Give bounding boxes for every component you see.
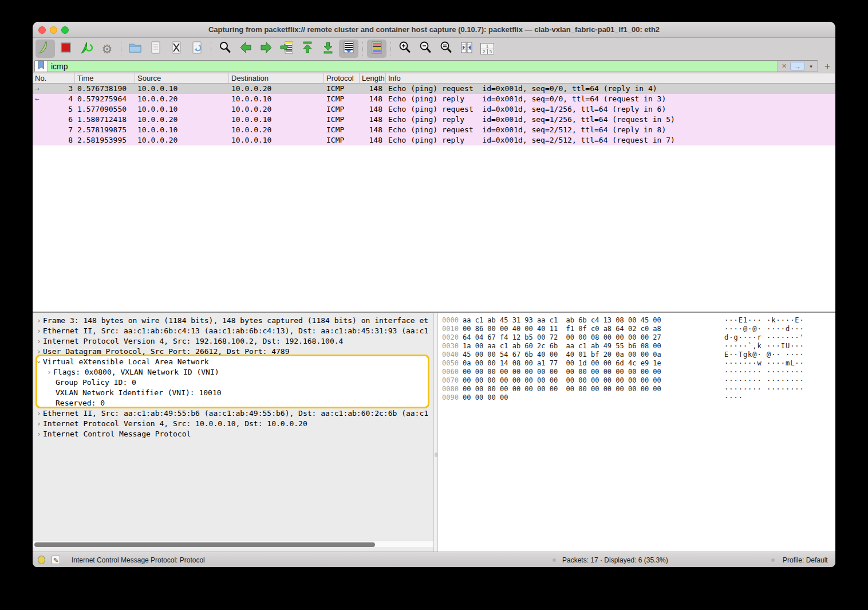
hex-row[interactable]: 007000 00 00 00 00 00 00 00 00 00 00 00 …: [438, 376, 835, 385]
packet-row[interactable]: ←4 0.579275964 10.0.0.20 10.0.0.10 ICMP …: [33, 94, 835, 104]
add-filter-button[interactable]: +: [822, 61, 833, 72]
chevron-down-icon: ▾: [810, 64, 812, 69]
filter-apply-button[interactable]: →: [790, 62, 805, 70]
details-vertical-scrollbar[interactable]: [433, 313, 438, 552]
packet-row[interactable]: 6 1.580712418 10.0.0.20 10.0.0.10 ICMP 1…: [33, 115, 835, 125]
auto-scroll-button[interactable]: [339, 40, 358, 58]
column-header-no[interactable]: No.: [33, 73, 75, 83]
status-profile[interactable]: Profile: Default: [783, 556, 828, 564]
hex-row[interactable]: 002064 04 67 f4 12 b5 00 72 00 00 08 00 …: [438, 333, 835, 342]
restart-icon: [79, 40, 94, 57]
expander-icon[interactable]: ›: [35, 429, 43, 439]
filter-clear-button[interactable]: ✕: [780, 62, 788, 70]
zoom-in-button[interactable]: [395, 40, 415, 58]
detail-row-vxlan[interactable]: ›Virtual eXtensible Local Area Network: [33, 357, 433, 367]
hex-row[interactable]: 004045 00 00 54 67 6b 40 00 40 01 bf 20 …: [438, 351, 835, 359]
start-capture-button[interactable]: [35, 40, 55, 58]
display-filter-input[interactable]: icmp: [48, 61, 777, 72]
hex-row[interactable]: 00301a 00 aa c1 ab 60 2c 6b aa c1 ab 49 …: [438, 342, 835, 351]
details-horizontal-scrollbar[interactable]: [33, 541, 433, 547]
go-to-packet-button[interactable]: [277, 40, 297, 58]
go-forward-button[interactable]: [257, 40, 276, 58]
column-header-info[interactable]: Info: [386, 73, 835, 83]
expander-icon[interactable]: ›: [35, 336, 43, 347]
find-packet-button[interactable]: [215, 40, 235, 58]
expander-icon[interactable]: ›: [45, 367, 53, 377]
detail-row-udp[interactable]: ›User Datagram Protocol, Src Port: 26612…: [33, 347, 433, 357]
hex-row[interactable]: 001000 86 00 00 40 00 40 11 f1 0f c0 a8 …: [438, 325, 835, 333]
status-packet-counts: Packets: 17 · Displayed: 6 (35.3%): [562, 556, 668, 564]
shark-fin-icon: [38, 40, 53, 57]
go-first-packet-button[interactable]: [298, 40, 317, 58]
title-bar[interactable]: Capturing from packetflix:// remote clus…: [33, 22, 835, 38]
column-header-time[interactable]: Time: [75, 73, 135, 83]
expert-info-icon[interactable]: [38, 556, 45, 564]
colorize-packets-button[interactable]: [367, 40, 386, 58]
detail-row-eth-inner[interactable]: ›Ethernet II, Src: aa:c1:ab:49:55:b6 (aa…: [33, 408, 433, 419]
detail-row-frame[interactable]: ›Frame 3: 148 bytes on wire (1184 bits),…: [33, 316, 433, 326]
expander-open-icon[interactable]: ›: [34, 358, 44, 366]
detail-row-vxlan-reserved[interactable]: Reserved: 0: [33, 398, 433, 408]
detail-row-ip-inner[interactable]: ›Internet Protocol Version 4, Src: 10.0.…: [33, 419, 433, 429]
detail-row-ip-outer[interactable]: ›Internet Protocol Version 4, Src: 192.1…: [33, 336, 433, 347]
bottom-panes: ›Frame 3: 148 bytes on wire (1184 bits),…: [33, 313, 835, 552]
detail-row-vxlan-vni[interactable]: VXLAN Network Identifier (VNI): 10010: [33, 388, 433, 398]
column-header-source[interactable]: Source: [135, 73, 229, 83]
arrow-left-icon: [238, 40, 253, 57]
packet-list-pane[interactable]: No. Time Source Destination Protocol Len…: [33, 73, 835, 312]
layout-button[interactable]: 1 2 3: [478, 40, 497, 58]
packet-details-pane[interactable]: ›Frame 3: 148 bytes on wire (1184 bits),…: [33, 313, 433, 552]
gear-icon: ⚙: [102, 43, 113, 55]
detail-row-vxlan-group-policy[interactable]: Group Policy ID: 0: [33, 377, 433, 388]
column-header-protocol[interactable]: Protocol: [324, 73, 360, 83]
hex-row[interactable]: 008000 00 00 00 00 00 00 00 00 00 00 00 …: [438, 385, 835, 393]
toolbar-separator: [121, 42, 121, 56]
capture-options-button[interactable]: ⚙: [97, 40, 117, 58]
zoom-reset-button[interactable]: [436, 40, 456, 58]
filter-bookmark-button[interactable]: [35, 61, 48, 72]
expander-icon[interactable]: ›: [35, 419, 43, 429]
toolbar-separator: [362, 42, 363, 56]
save-file-icon: [148, 40, 163, 57]
hex-row[interactable]: 006000 00 00 00 00 00 00 00 00 00 00 00 …: [438, 368, 835, 376]
packet-row[interactable]: 5 1.577090550 10.0.0.10 10.0.0.20 ICMP 1…: [33, 104, 835, 115]
scrollbar-thumb[interactable]: [34, 542, 375, 547]
expander-icon[interactable]: ›: [35, 408, 43, 419]
packet-row[interactable]: →3 0.576738190 10.0.0.10 10.0.0.20 ICMP …: [33, 84, 835, 94]
detail-row-icmp[interactable]: ›Internet Control Message Protocol: [33, 429, 433, 439]
expander-icon[interactable]: ›: [35, 326, 43, 336]
apply-arrow-icon: →: [794, 63, 801, 70]
packet-row[interactable]: 8 2.581953995 10.0.0.20 10.0.0.10 ICMP 1…: [33, 135, 835, 145]
filter-dropdown-button[interactable]: ▾: [807, 62, 815, 70]
close-file-icon: [169, 40, 184, 57]
save-file-button[interactable]: [146, 40, 165, 58]
stop-capture-button[interactable]: [56, 40, 76, 58]
wireshark-window: Capturing from packetflix:// remote clus…: [33, 22, 835, 567]
expander-icon[interactable]: ›: [35, 347, 43, 357]
go-last-packet-button[interactable]: [318, 40, 338, 58]
column-header-destination[interactable]: Destination: [229, 73, 324, 83]
stop-icon: [58, 40, 73, 57]
resize-columns-button[interactable]: [457, 40, 476, 58]
zoom-out-button[interactable]: [416, 40, 435, 58]
detail-row-vxlan-flags[interactable]: ›Flags: 0x0800, VXLAN Network ID (VNI): [33, 367, 433, 377]
packet-bytes-pane[interactable]: 0000aa c1 ab 45 31 93 aa c1 ab 6b c4 13 …: [438, 313, 835, 552]
open-file-button[interactable]: [125, 40, 145, 58]
reload-file-button[interactable]: [187, 40, 207, 58]
packet-row[interactable]: 7 2.578199875 10.0.0.10 10.0.0.20 ICMP 1…: [33, 125, 835, 135]
expander-icon[interactable]: ›: [35, 316, 43, 326]
capture-comment-icon[interactable]: ✎: [52, 556, 60, 564]
close-file-button[interactable]: [167, 40, 186, 58]
column-header-length[interactable]: Length: [360, 73, 386, 83]
restart-capture-button[interactable]: [77, 40, 96, 58]
search-icon: [218, 40, 232, 57]
zoom-out-icon: [418, 40, 433, 57]
scrollbar-thumb[interactable]: [435, 452, 437, 457]
request-arrow-icon: →: [33, 84, 48, 94]
toolbar-separator: [390, 42, 391, 56]
detail-row-eth-outer[interactable]: ›Ethernet II, Src: aa:c1:ab:6b:c4:13 (aa…: [33, 326, 433, 336]
hex-row[interactable]: 0000aa c1 ab 45 31 93 aa c1 ab 6b c4 13 …: [438, 316, 835, 325]
go-back-button[interactable]: [236, 40, 255, 58]
hex-row[interactable]: 00500a 00 00 14 08 00 a1 77 00 1d 00 00 …: [438, 359, 835, 368]
hex-row[interactable]: 009000 00 00 00····: [438, 393, 835, 402]
